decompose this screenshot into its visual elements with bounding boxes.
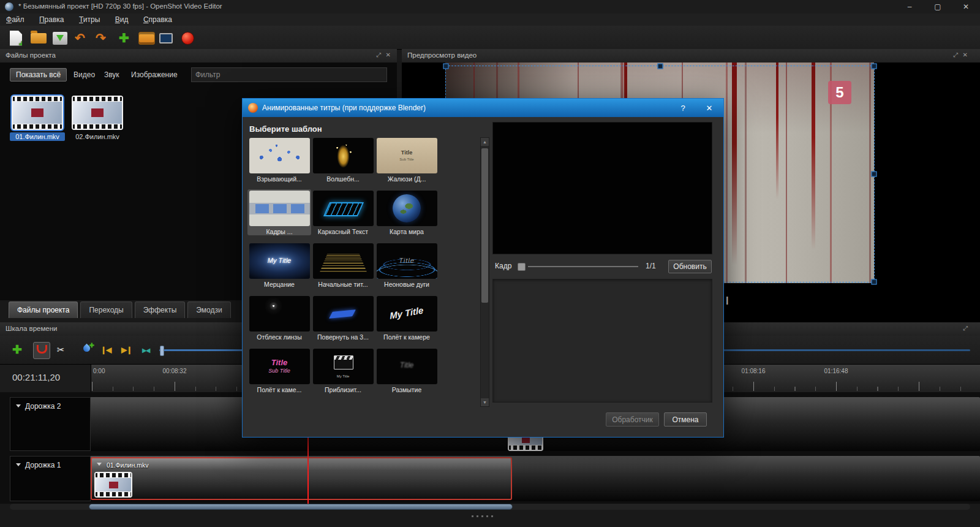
template-item[interactable]: Каркасный Текст (311, 189, 375, 235)
transform-handle[interactable] (872, 64, 877, 69)
close-button[interactable]: ✕ (952, 0, 980, 13)
tab-effects[interactable]: Эффекты (135, 301, 186, 318)
template-item[interactable]: Title Sub Title Жалюзи (Д... (375, 137, 439, 183)
add-track-button[interactable]: ✚ (12, 341, 22, 358)
file-item[interactable]: 02.Филин.mkv (70, 96, 125, 141)
template-item[interactable]: Title Неоновые дуги (375, 242, 439, 288)
show-all-toggle[interactable]: Показать всё (10, 68, 67, 82)
frame-slider-handle[interactable] (518, 263, 526, 271)
frame-label: Кадр (495, 262, 511, 270)
snapping-toggle[interactable] (33, 342, 50, 359)
template-item[interactable]: Взрывающий... (247, 137, 311, 183)
close-panel-icon[interactable]: ✕ (963, 51, 968, 58)
fullscreen-button[interactable] (159, 29, 173, 47)
dialog-title-bar[interactable]: Анимированные титры (при поддержке Blend… (243, 99, 723, 117)
minimize-button[interactable]: – (895, 0, 924, 13)
import-files-button[interactable]: ✚ (119, 29, 129, 47)
float-panel-icon[interactable]: ⤢ (953, 51, 958, 59)
scrollbar-thumb[interactable] (481, 148, 488, 303)
transform-handle[interactable] (657, 64, 663, 69)
file-item[interactable]: 01.Филин.mkv (10, 96, 65, 141)
template-label: Неоновые дуги (384, 281, 429, 288)
center-playhead-button[interactable]: ▶◀ (142, 342, 149, 358)
selected-clip[interactable]: 01.Филин.mkv (91, 457, 512, 500)
template-item[interactable]: My Title Приблизит... (311, 347, 375, 393)
track-2-header[interactable]: Дорожка 2 (10, 397, 91, 451)
transform-handle[interactable] (872, 279, 877, 285)
tab-audio[interactable]: Звук (103, 68, 121, 82)
clip-label: 01.Филин.mkv (107, 461, 148, 469)
template-item[interactable]: My Title Мерцание (247, 242, 311, 288)
scrollbar-thumb[interactable] (89, 504, 513, 510)
zoom-slider-handle[interactable] (160, 346, 164, 356)
track-1-header[interactable]: Дорожка 1 (10, 456, 91, 501)
tab-video[interactable]: Видео (72, 68, 96, 82)
template-item[interactable]: Повернуть на 3... (311, 295, 375, 341)
open-folder-icon (31, 33, 47, 44)
template-thumb-art (313, 138, 374, 173)
float-panel-icon[interactable]: ⤢ (963, 325, 968, 332)
open-project-button[interactable] (31, 29, 47, 47)
frame-slider-track[interactable] (528, 266, 638, 267)
dialog-help-button[interactable]: ? (673, 100, 693, 115)
template-item[interactable]: Волшебн... (311, 137, 375, 183)
razor-tool-button[interactable]: ✂ (57, 342, 65, 358)
float-panel-icon[interactable]: ⤢ (376, 51, 381, 59)
scroll-up-arrow[interactable]: ▲ (481, 138, 489, 146)
template-item[interactable]: Начальные тит... (311, 242, 375, 288)
openshot-dialog-icon (248, 103, 258, 113)
template-item[interactable]: Title Sub Title Полёт к каме... (247, 347, 311, 393)
template-thumb-text: Title (399, 257, 415, 264)
chevron-down-icon (16, 463, 21, 466)
openshot-window: * Безымянный проект [HD 720p 30 fps] - O… (0, 0, 980, 527)
filmstrip-holes (509, 445, 542, 450)
transform-handle[interactable] (443, 64, 449, 69)
undo-button[interactable]: ↶ (75, 29, 85, 47)
close-panel-icon[interactable]: ✕ (386, 51, 391, 58)
template-label: Карта мира (390, 228, 424, 235)
tab-image[interactable]: Изображение (130, 68, 179, 82)
menu-titles[interactable]: Титры (73, 13, 106, 26)
timeline-horizontal-scrollbar[interactable] (10, 504, 970, 510)
template-item[interactable]: Карта мира (375, 189, 439, 235)
redo-button[interactable]: ↷ (96, 29, 106, 47)
template-preview-area (492, 122, 712, 254)
cancel-button[interactable]: Отмена (664, 412, 707, 427)
maximize-button[interactable]: ▢ (924, 0, 952, 13)
template-thumbnail (313, 243, 374, 279)
scroll-down-arrow[interactable]: ▼ (481, 398, 489, 406)
new-project-button[interactable]: ✚ (10, 29, 22, 47)
export-video-button[interactable] (181, 29, 194, 47)
tab-emoji[interactable]: Эмодзи (187, 301, 230, 318)
project-files-title: Файлы проекта (6, 51, 56, 59)
dialog-resize-grip[interactable] (714, 428, 722, 435)
template-thumbnail: Title (377, 349, 437, 384)
menu-edit[interactable]: Правка (33, 13, 70, 26)
choose-profile-button[interactable] (138, 29, 155, 47)
next-marker-button[interactable]: ▶❙ (121, 342, 132, 358)
save-project-button[interactable] (53, 29, 67, 47)
clip-thumbnail (94, 472, 132, 498)
splitter-handle[interactable] (472, 515, 496, 517)
template-list-scrollbar[interactable]: ▲ ▼ (480, 137, 489, 407)
filmstrip-frame (73, 102, 122, 124)
template-thumb-text: Title (271, 358, 288, 367)
menu-help[interactable]: Справка (137, 13, 178, 26)
export-record-icon (181, 32, 194, 45)
menu-view[interactable]: Вид (109, 13, 135, 26)
template-item[interactable]: Отблеск линзы (247, 295, 311, 341)
transform-handle[interactable] (872, 172, 877, 177)
track-name: Дорожка 1 (25, 461, 61, 469)
previous-marker-button[interactable]: ❙◀ (100, 342, 111, 358)
dialog-close-button[interactable]: ✕ (699, 100, 720, 115)
tab-transitions[interactable]: Переходы (80, 301, 132, 318)
template-item[interactable]: Title Размытие (375, 347, 439, 393)
dock-tabs: Файлы проекта Переходы Эффекты Эмодзи (9, 301, 231, 318)
template-item[interactable]: My Title Полёт к камере (375, 295, 439, 341)
template-item-selected[interactable]: Кадры ... (247, 189, 311, 235)
add-marker-button[interactable]: ✚ (83, 345, 90, 352)
menu-file[interactable]: Файл (0, 13, 31, 26)
tab-project-files[interactable]: Файлы проекта (9, 301, 78, 318)
filter-input[interactable] (191, 67, 387, 82)
refresh-button[interactable]: Обновить (668, 260, 712, 273)
